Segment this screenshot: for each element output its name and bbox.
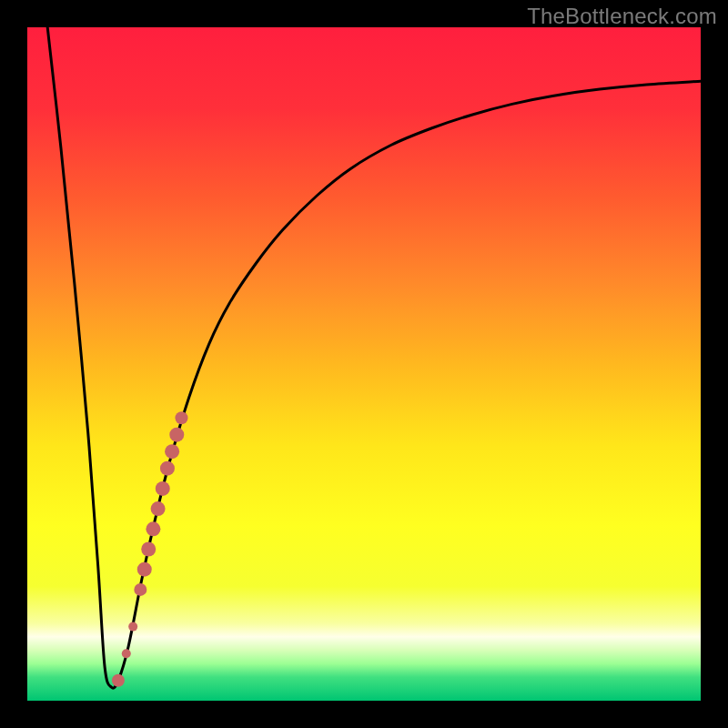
highlight-dot (175, 411, 187, 424)
highlight-dot (128, 622, 137, 632)
chart-frame: TheBottleneck.com (0, 0, 728, 728)
highlight-dot (112, 674, 125, 687)
chart-svg (27, 27, 701, 701)
highlight-dot (169, 428, 184, 442)
highlight-dot (156, 481, 170, 496)
highlight-dot (122, 649, 131, 658)
highlight-dot (160, 461, 175, 476)
highlight-dot (146, 521, 160, 536)
watermark-text: TheBottleneck.com (527, 4, 717, 29)
gradient-background (27, 27, 701, 701)
plot-area (27, 27, 701, 701)
highlight-dot (165, 444, 179, 459)
highlight-dot (134, 583, 147, 596)
highlight-dot (151, 501, 166, 516)
highlight-dot (137, 562, 152, 577)
highlight-dot (141, 542, 156, 557)
